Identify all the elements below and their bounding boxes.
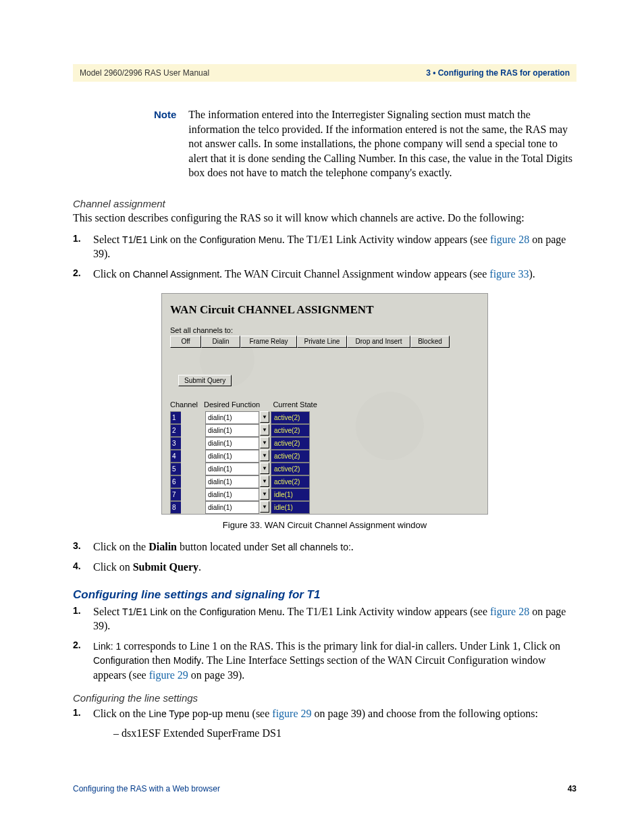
dropdown-icon[interactable]: ▼ [260,475,269,487]
current-state: idle(1) [271,488,310,501]
channel-intro: This section describes configuring the R… [73,211,576,226]
channel-number: 3 [170,437,181,450]
heading-channel-assignment: Channel assignment [73,198,576,209]
current-state: active(2) [271,450,310,463]
dropdown-icon[interactable]: ▼ [260,463,269,474]
page-footer: Configuring the RAS with a Web browser 4… [73,784,576,793]
dropdown-icon[interactable]: ▼ [260,501,269,513]
table-row: 3dialin(1)▼active(2) [170,437,310,450]
figure-wan-channel-assignment: WAN Circuit CHANNEL ASSIGNMENT Set all c… [161,293,488,515]
table-row: 5dialin(1)▼active(2) [170,463,310,475]
header-chapter-title: 3 • Configuring the RAS for operation [426,68,570,78]
link-figure-29[interactable]: figure 29 [149,669,188,681]
channel-number: 2 [170,424,181,437]
note-label: Note [154,107,176,180]
channel-number: 8 [170,501,181,514]
preset-button-private-line[interactable]: Private Line [297,336,347,348]
t1-steps: 1. Select T1/E1 Link on the Configuratio… [73,604,576,683]
desired-function-select[interactable]: dialin(1) [205,411,259,424]
step-number: 2. [73,267,93,282]
desired-function-select[interactable]: dialin(1) [205,424,259,437]
header-manual-title: Model 2960/2996 RAS User Manual [80,68,209,78]
note-text: The information entered into the Interre… [188,107,576,180]
dropdown-icon[interactable]: ▼ [260,437,269,448]
step-number: 1. [73,706,93,741]
channel-number: 1 [170,411,181,424]
heading-configuring-t1: Configuring line settings and signaling … [73,588,576,602]
current-state: active(2) [271,463,310,475]
step-body: Click on Channel Assignment. The WAN Cir… [93,267,576,282]
link-figure-29[interactable]: figure 29 [272,708,311,719]
line-settings-steps: 1. Click on the Line Type pop-up menu (s… [73,706,576,741]
option-dsx1esf: – dsx1ESF Extended SuperFrame DS1 [113,726,576,741]
current-state: active(2) [271,411,310,424]
table-row: 4dialin(1)▼active(2) [170,450,310,463]
step-number: 1. [73,232,93,261]
channel-preset-buttons: OffDialinFrame RelayPrivate LineDrop and… [170,336,450,348]
dropdown-icon[interactable]: ▼ [260,450,269,461]
channel-steps: 1. Select T1/E1 Link on the Configuratio… [73,232,576,282]
desired-function-select[interactable]: dialin(1) [205,450,259,463]
current-state: idle(1) [271,501,310,514]
link-figure-28[interactable]: figure 28 [490,234,529,245]
table-header: Channel Desired Function Current State [170,400,317,409]
current-state: active(2) [271,475,310,488]
table-row: 6dialin(1)▼active(2) [170,475,310,488]
figure-caption: Figure 33. WAN Circuit Channel Assignmen… [161,520,488,530]
step-body: Click on the Line Type pop-up menu (see … [93,706,576,741]
step-body: Click on the Dialin button located under… [93,540,576,554]
preset-button-off[interactable]: Off [170,336,201,348]
submit-query-button[interactable]: Submit Query [178,375,232,386]
preset-button-dialin[interactable]: Dialin [201,336,240,348]
page-number: 43 [568,784,576,793]
desired-function-select[interactable]: dialin(1) [205,475,259,488]
page-header: Model 2960/2996 RAS User Manual 3 • Conf… [73,64,576,82]
current-state: active(2) [271,424,310,437]
channel-number: 7 [170,488,181,501]
table-row: 1dialin(1)▼active(2) [170,411,310,424]
preset-button-drop-and-insert[interactable]: Drop and Insert [347,336,410,348]
step-number: 4. [73,560,93,575]
channel-number: 4 [170,450,181,463]
channel-steps-continued: 3. Click on the Dialin button located un… [73,540,576,574]
footer-section: Configuring the RAS with a Web browser [73,784,220,793]
desired-function-select[interactable]: dialin(1) [205,488,259,501]
channel-table: 1dialin(1)▼active(2)2dialin(1)▼active(2)… [170,411,310,514]
figure-title: WAN Circuit CHANNEL ASSIGNMENT [170,303,373,317]
dropdown-icon[interactable]: ▼ [260,488,269,500]
channel-number: 5 [170,463,181,475]
step-body: Link: 1 corresponds to Line 1 on the RAS… [93,639,576,683]
desired-function-select[interactable]: dialin(1) [205,437,259,450]
desired-function-select[interactable]: dialin(1) [205,463,259,475]
note-block: Note The information entered into the In… [154,107,576,180]
link-figure-28[interactable]: figure 28 [490,606,529,617]
current-state: active(2) [271,437,310,450]
step-body: Select T1/E1 Link on the Configuration M… [93,604,576,633]
set-all-channels-label: Set all channels to: [170,326,233,334]
step-body: Select T1/E1 Link on the Configuration M… [93,232,576,261]
link-figure-33[interactable]: figure 33 [489,268,529,280]
preset-button-frame-relay[interactable]: Frame Relay [240,336,297,348]
step-number: 3. [73,540,93,554]
dropdown-icon[interactable]: ▼ [260,411,269,423]
table-row: 7dialin(1)▼idle(1) [170,488,310,501]
table-row: 8dialin(1)▼idle(1) [170,501,310,514]
desired-function-select[interactable]: dialin(1) [205,501,259,514]
step-number: 1. [73,604,93,633]
preset-button-blocked[interactable]: Blocked [410,336,450,348]
step-number: 2. [73,639,93,683]
dropdown-icon[interactable]: ▼ [260,424,269,436]
table-row: 2dialin(1)▼active(2) [170,424,310,437]
step-body: Click on Submit Query. [93,560,576,575]
channel-number: 6 [170,475,181,488]
heading-line-settings: Configuring the line settings [73,692,576,704]
